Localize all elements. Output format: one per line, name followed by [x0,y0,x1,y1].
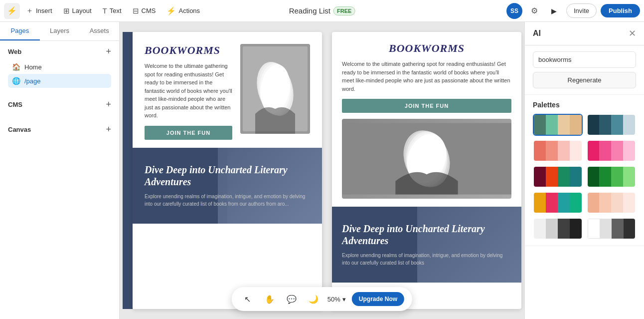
right-banner-section: Dive Deep into Uncharted Literary Advent… [332,207,521,283]
ai-section: Regenerate [525,45,644,95]
palette-swatch-7-2 [546,193,558,213]
right-page-preview[interactable]: BOOKWORMS Welcome to the ultimate gather… [332,32,521,309]
text-button[interactable]: T Text [98,3,127,18]
web-section-label: Web [8,48,21,55]
palette-item-6[interactable] [587,166,637,188]
palette-swatch-3-3 [558,141,570,161]
settings-button[interactable]: ⚙ [526,3,542,19]
palette-item-5[interactable] [533,166,583,188]
pointer-tool-button[interactable]: ↖ [240,291,256,307]
globe-icon: 🌐 [12,77,20,85]
left-book-image [240,44,310,134]
text-icon: T [103,6,107,15]
palette-swatch-9-3 [558,219,570,239]
site-name: Reading List [289,6,330,15]
palette-swatch-10-4 [624,219,635,239]
zoom-control[interactable]: 50% ▾ [327,296,346,303]
left-banner-title: Dive Deep into Uncharted Literary Advent… [145,164,310,188]
palettes-grid [533,114,636,240]
palette-swatch-7-4 [570,193,582,213]
canvas-area[interactable]: BOOKWORMS Welcome to the ultimate gather… [120,22,524,319]
preview-button[interactable]: ▶ [546,3,562,19]
palette-swatch-9-1 [534,219,546,239]
add-canvas-button[interactable]: + [106,125,111,134]
palette-swatch-8-1 [588,193,600,213]
panel-close-button[interactable]: ✕ [629,28,636,39]
avatar-button[interactable]: SS [506,3,522,19]
invite-button[interactable]: Invite [566,3,597,18]
home-icon: 🏠 [12,63,20,71]
canvas-section: Canvas + [0,119,119,144]
insert-button[interactable]: ＋ Insert [21,3,57,18]
palette-item-3[interactable] [533,140,583,162]
palette-swatch-1-3 [558,115,570,135]
tab-pages-label: Pages [10,27,29,34]
sidebar-item-home[interactable]: 🏠 Home [8,60,111,74]
comment-tool-button[interactable]: 💬 [284,291,300,307]
palette-item-10[interactable] [587,218,637,240]
palette-swatch-10-2 [600,219,612,239]
palette-swatch-1-1 [534,115,546,135]
add-cms-button[interactable]: + [106,100,111,109]
tab-assets[interactable]: Assets [79,22,119,40]
right-panel: AI ✕ Regenerate Palettes [524,22,644,319]
right-banner-title: Dive Deep into Uncharted Literary Advent… [342,223,511,247]
canvas-inner: BOOKWORMS Welcome to the ultimate gather… [133,32,521,309]
palette-swatch-6-1 [588,167,600,187]
palettes-title: Palettes [533,101,636,109]
left-page-preview[interactable]: BOOKWORMS Welcome to the ultimate gather… [133,32,322,309]
palette-item-1[interactable] [533,114,583,136]
wix-menu-button[interactable]: ⚡ [4,3,20,19]
sidebar-item-page[interactable]: 🌐 /page [8,74,111,88]
tab-assets-label: Assets [90,27,109,34]
palette-swatch-6-4 [623,167,635,187]
insert-label: Insert [36,7,52,14]
tab-layers[interactable]: Layers [40,22,80,40]
layout-button[interactable]: ⊞ Layout [58,3,97,18]
cms-section-header: CMS + [8,100,111,109]
ai-input[interactable] [533,51,636,68]
palette-item-2[interactable] [587,114,637,136]
sidebar-item-home-label: Home [24,63,42,71]
tab-layers-label: Layers [50,27,69,34]
cms-section-label: CMS [8,101,22,108]
main-layout: Pages Layers Assets Web + 🏠 Home 🌐 /page [0,22,644,319]
toolbar-center: Reading List FREE [289,6,355,15]
right-join-button[interactable]: JOIN THE FUN [342,99,511,113]
left-join-label: JOIN THE FUN [166,130,210,136]
actions-button[interactable]: ⚡ Actions [161,3,205,18]
publish-button[interactable]: Publish [601,4,640,17]
palette-swatch-8-2 [599,193,611,213]
web-section: Web + 🏠 Home 🌐 /page [0,41,119,94]
upgrade-button[interactable]: Upgrade Now [352,292,404,306]
moon-tool-button[interactable]: 🌙 [306,291,322,307]
palette-swatch-10-1 [588,219,600,239]
palette-swatch-3-2 [546,141,558,161]
toolbar-left: ⚡ ＋ Insert ⊞ Layout T Text ⊟ CMS ⚡ Actio… [4,3,504,19]
palette-swatch-3-1 [534,141,546,161]
left-banner-section: Dive Deep into Uncharted Literary Advent… [133,148,322,224]
regenerate-button[interactable]: Regenerate [533,72,636,88]
palette-swatch-6-2 [599,167,611,187]
palette-item-8[interactable] [587,192,637,214]
upgrade-label: Upgrade Now [359,296,397,303]
invite-label: Invite [574,7,589,14]
panel-title: AI [533,29,541,38]
hand-tool-button[interactable]: ✋ [262,291,278,307]
palette-item-9[interactable] [533,218,583,240]
layout-icon: ⊞ [63,6,70,15]
close-icon: ✕ [629,28,636,38]
palette-item-7[interactable] [533,192,583,214]
text-label: Text [110,7,122,14]
palette-item-4[interactable] [587,140,637,162]
add-web-button[interactable]: + [106,47,111,56]
left-page-title: BOOKWORMS [145,44,232,57]
insert-icon: ＋ [26,6,33,15]
layout-label: Layout [72,7,92,14]
palette-swatch-1-2 [546,115,558,135]
panel-header: AI ✕ [525,22,644,45]
toolbar-right: SS ⚙ ▶ Invite Publish [506,3,640,19]
cms-button[interactable]: ⊟ CMS [128,3,161,18]
left-join-button[interactable]: JOIN THE FUN [145,126,232,140]
tab-pages[interactable]: Pages [0,22,40,40]
